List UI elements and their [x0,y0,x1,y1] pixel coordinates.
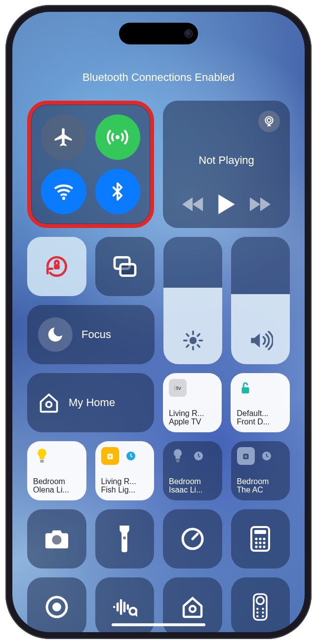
svg-point-28 [263,537,266,540]
svg-point-45 [256,615,258,617]
svg-point-22 [123,536,126,539]
accessory-bedroom-isaac[interactable]: Bedroom Isaac Li... [163,441,222,500]
focus-label: Focus [81,328,111,341]
svg-point-2 [265,116,273,124]
svg-rect-25 [254,530,266,534]
svg-point-21 [52,535,61,544]
accessory-frontdoor[interactable]: Default... Front D... [231,373,290,432]
svg-rect-17 [243,454,248,459]
accessory-line2: Front D... [237,417,284,426]
screen-mirroring-icon [111,253,139,280]
wifi-button[interactable] [41,169,86,214]
clock-icon [122,447,140,465]
focus-button[interactable]: Focus [27,305,155,364]
svg-point-36 [52,603,61,611]
camera-icon [44,528,69,550]
home-app-icon [181,595,204,619]
accessory-living-fish[interactable]: Living R... Fish Lig... [95,441,155,500]
svg-rect-18 [244,455,245,457]
home-button[interactable]: My Home [27,373,154,432]
svg-point-41 [256,607,258,609]
camera-button[interactable] [27,509,86,568]
flashlight-icon [118,526,131,552]
calculator-icon [250,526,270,552]
lock-open-icon [237,379,254,397]
accessory-line1: Living R... [101,477,149,486]
svg-point-27 [259,537,262,540]
forward-button[interactable] [250,197,271,212]
accessory-line2: Apple TV [169,417,216,426]
brightness-fill [163,288,222,364]
svg-rect-4 [54,264,60,269]
cellular-data-button[interactable] [95,114,141,160]
airplay-button[interactable] [258,111,280,132]
svg-point-7 [189,337,197,344]
accessory-line1: Bedroom [33,477,80,486]
brightness-icon [182,330,204,351]
svg-point-26 [255,537,258,540]
svg-rect-11 [107,454,113,459]
timer-button[interactable] [163,509,222,568]
svg-point-43 [256,611,258,613]
home-indicator[interactable] [112,623,205,626]
flashlight-button[interactable] [95,509,155,568]
home-icon [38,392,60,414]
media-module[interactable]: Not Playing [163,101,290,228]
appletv-icon: tv [169,379,187,397]
bulb-on-icon [33,447,51,465]
brightness-slider[interactable] [163,237,222,364]
screen: Bluetooth Connections Enabled [12,12,305,632]
timer-icon [181,527,204,551]
svg-point-34 [263,545,266,548]
svg-rect-9 [242,387,249,394]
remote-icon [253,593,268,621]
orientation-lock-icon [43,253,71,280]
svg-point-46 [262,615,264,617]
play-button[interactable] [218,194,236,214]
clock-icon [190,447,207,465]
calculator-button[interactable] [231,509,290,568]
volume-icon [248,330,273,351]
orientation-lock-button[interactable] [27,237,86,296]
accessory-line2: Olena Li... [33,486,80,494]
screen-record-button[interactable] [27,577,86,632]
svg-rect-12 [109,455,110,457]
svg-rect-15 [176,459,180,462]
clock-icon [258,447,276,465]
svg-point-33 [259,545,262,548]
plug-on-icon [101,447,119,465]
svg-rect-6 [120,264,135,275]
accessory-line2: Isaac Li... [169,486,216,494]
phone-frame: Bluetooth Connections Enabled [5,5,312,639]
svg-point-40 [257,597,264,604]
svg-point-8 [46,402,52,407]
bulb-off-icon [169,447,187,465]
shazam-icon [112,596,137,618]
tv-remote-button[interactable] [231,577,290,632]
connectivity-module[interactable] [27,101,154,228]
accessory-appletv[interactable]: tv Living R... Apple TV [163,373,222,432]
svg-point-31 [263,541,266,544]
airplane-mode-button[interactable] [41,114,86,160]
svg-point-29 [255,541,258,544]
accessory-bedroom-olena[interactable]: Bedroom Olena Li... [27,441,86,500]
bluetooth-button[interactable] [95,169,141,214]
airplay-icon [263,115,276,128]
accessory-line1: Bedroom [237,477,284,486]
wifi-icon [52,180,76,203]
svg-rect-13 [110,455,111,457]
cellular-icon [106,125,129,149]
dynamic-island [119,23,198,44]
svg-rect-39 [254,594,267,620]
svg-point-0 [116,135,119,139]
svg-rect-10 [40,459,43,462]
plug-off-icon [237,447,255,465]
rewind-button[interactable] [182,197,203,212]
volume-slider[interactable] [231,237,290,364]
moon-icon [46,325,65,344]
accessory-bedroom-ac[interactable]: Bedroom The AC [231,441,290,500]
home-label: My Home [69,396,115,409]
screen-mirroring-button[interactable] [95,237,155,296]
airplane-icon [53,126,75,148]
accessory-line2: The AC [237,486,284,494]
